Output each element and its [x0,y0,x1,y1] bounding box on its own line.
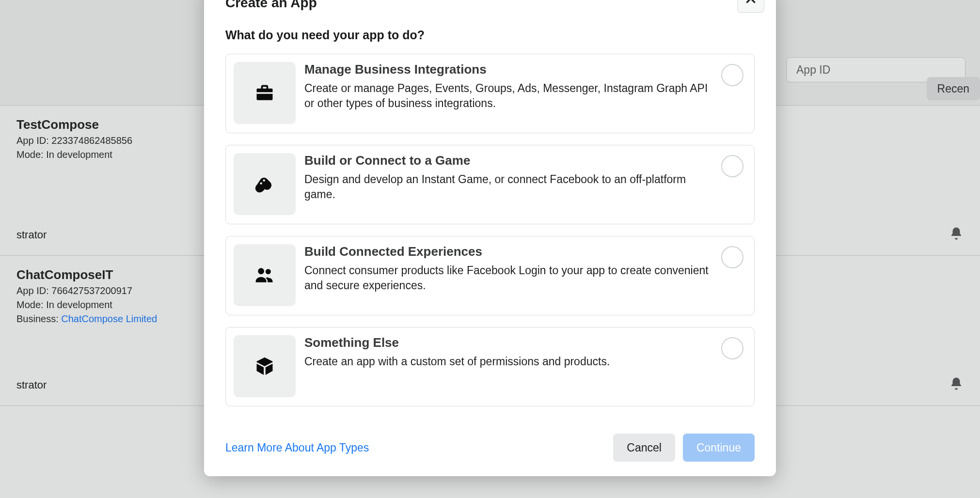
option-desc: Create an app with a custom set of permi… [304,354,712,369]
modal-footer: Learn More About App Types Cancel Contin… [225,434,755,462]
option-radio[interactable] [721,337,743,359]
option-connected-experiences[interactable]: Build Connected Experiences Connect cons… [225,236,755,315]
close-icon [744,0,757,6]
option-title: Manage Business Integrations [304,62,712,77]
modal-title: Create an App [225,0,755,11]
option-desc: Connect consumer products like Facebook … [304,263,712,293]
cancel-button[interactable]: Cancel [613,434,675,462]
people-icon [234,244,296,306]
option-title: Build Connected Experiences [304,244,712,259]
gamepad-icon [234,153,296,215]
modal-centering-wrap: Create an App What do you need your app … [0,0,980,498]
option-radio[interactable] [721,64,743,86]
option-build-game[interactable]: Build or Connect to a Game Design and de… [225,145,755,224]
option-title: Build or Connect to a Game [304,153,712,168]
option-radio[interactable] [721,155,743,177]
option-desc: Design and develop an Instant Game, or c… [304,172,712,202]
modal-subtitle: What do you need your app to do? [225,28,755,42]
continue-button[interactable]: Continue [683,434,755,462]
cube-icon [234,335,296,397]
option-something-else[interactable]: Something Else Create an app with a cust… [225,327,755,406]
option-manage-business[interactable]: Manage Business Integrations Create or m… [225,54,755,133]
app-type-options: Manage Business Integrations Create or m… [225,54,755,406]
create-app-modal: Create an App What do you need your app … [204,0,776,476]
option-radio[interactable] [721,246,743,268]
option-desc: Create or manage Pages, Events, Groups, … [304,81,712,111]
briefcase-icon [234,62,296,124]
close-button[interactable] [737,0,764,13]
learn-more-link[interactable]: Learn More About App Types [225,441,369,454]
option-title: Something Else [304,335,712,350]
